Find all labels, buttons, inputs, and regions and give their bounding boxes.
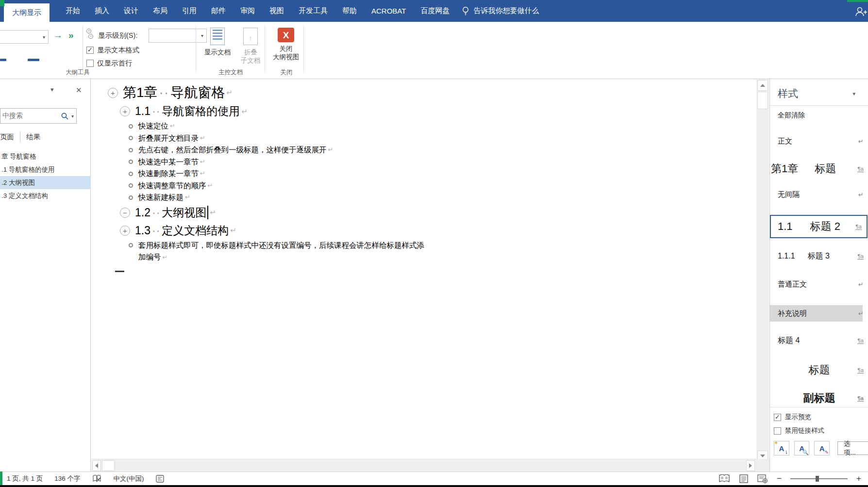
nav-tab-results[interactable]: 结果 — [26, 132, 40, 142]
style-plain-text[interactable]: 普通正文 ↵ — [770, 278, 868, 291]
body-dash-icon[interactable] — [115, 271, 124, 272]
horizontal-scroll-thumb[interactable] — [102, 460, 115, 471]
style-normal[interactable]: 正文 ↵ — [770, 135, 868, 147]
expand-button-partial[interactable] — [28, 59, 39, 61]
styles-options-button[interactable]: 选项... — [837, 441, 868, 455]
tab-baidu-netdisk[interactable]: 百度网盘 — [413, 0, 457, 22]
expand-plus-icon[interactable] — [120, 226, 130, 236]
collapse-minus-icon[interactable] — [120, 208, 130, 218]
collapse-subdocs-icon: ↑ — [243, 28, 258, 45]
paragraph-mark: ↵ — [200, 168, 205, 180]
expand-plus-icon[interactable] — [120, 106, 130, 116]
tab-view[interactable]: 视图 — [262, 0, 291, 22]
show-text-format-checkbox[interactable]: 显示文本格式 — [86, 46, 139, 55]
body-circle-icon[interactable] — [129, 183, 133, 188]
manage-styles-button[interactable]: A✎ — [814, 441, 830, 455]
tab-references[interactable]: 引用 — [175, 0, 204, 22]
page-indicator[interactable]: 1 页, 共 1 页 — [7, 474, 43, 483]
nav-heading-item[interactable]: .3 定义文档结构 — [0, 189, 91, 202]
style-supplementary[interactable]: 补充说明 ↵ — [770, 305, 863, 322]
style-inspector-button[interactable]: A🔍 — [794, 441, 810, 455]
body-circle-icon[interactable] — [129, 160, 133, 164]
body-circle-icon[interactable] — [129, 195, 133, 200]
horizontal-scrollbar[interactable] — [91, 459, 756, 471]
style-heading-1[interactable]: 第1章 标题 ¶a — [767, 161, 868, 177]
tab-layout[interactable]: 布局 — [146, 0, 175, 22]
show-preview-checkbox[interactable]: 显示预览 — [774, 413, 868, 422]
nav-heading-item[interactable]: .1 导航窗格的使用 — [0, 163, 91, 176]
style-heading-2-selected[interactable]: 1.1 标题 2 ¶a — [770, 215, 868, 238]
paragraph-mark: ↵ — [170, 120, 175, 132]
tab-help[interactable]: 帮助 — [335, 0, 364, 22]
style-clear-all[interactable]: 全部清除 — [770, 110, 868, 121]
zoom-slider[interactable] — [790, 478, 848, 479]
tab-review[interactable]: 审阅 — [233, 0, 262, 22]
document-canvas[interactable]: 第1章 ·· 导航窗格 ↵ 1.1 ·· 导航窗格的使用 ↵ 快速定位 ↵ 折叠… — [91, 79, 756, 471]
outline-body-row: 快速定位 ↵ — [108, 120, 729, 132]
tell-me-box[interactable]: 告诉我你想要做什么 — [457, 0, 544, 22]
nav-pane-menu-icon[interactable]: ▾ — [50, 86, 54, 93]
demote-arrow-icon[interactable]: → — [53, 30, 63, 41]
style-title[interactable]: 标题 ¶a — [770, 361, 868, 379]
first-line-only-checkbox[interactable]: 仅显示首行 — [86, 59, 133, 68]
nav-search-input[interactable]: 中搜索 ▾ — [0, 108, 77, 124]
outline-body-row: 快速调整章节的顺序 ↵ — [108, 180, 729, 192]
read-mode-view-icon[interactable] — [718, 474, 730, 483]
collapse-button-partial[interactable] — [0, 59, 6, 61]
paragraph-style-mark: ↵ — [858, 310, 864, 317]
scroll-up-button[interactable] — [757, 80, 768, 91]
nav-heading-item[interactable]: 章 导航窗格 — [0, 150, 91, 163]
tab-design[interactable]: 设计 — [117, 0, 146, 22]
word-count[interactable]: 136 个字 — [54, 474, 80, 483]
vertical-scrollbar[interactable] — [756, 79, 769, 463]
nav-heading-item-selected[interactable]: .2 大纲视图 — [0, 176, 91, 189]
demote-to-body-icon[interactable]: » — [68, 30, 74, 41]
expand-plus-icon[interactable] — [108, 88, 118, 98]
tab-mailings[interactable]: 邮件 — [204, 0, 233, 22]
paragraph-style-mark: ↵ — [858, 191, 864, 198]
language-indicator[interactable]: 中文(中国) — [114, 474, 144, 483]
outline-content: 第1章 ·· 导航窗格 ↵ 1.1 ·· 导航窗格的使用 ↵ 快速定位 ↵ 折叠… — [108, 83, 729, 272]
close-outline-view-button[interactable]: X 关闭 大纲视图 — [269, 28, 302, 61]
tab-home[interactable]: 开始 — [58, 0, 87, 22]
web-layout-view-icon[interactable] — [757, 474, 768, 483]
style-heading-4[interactable]: 标题 4 ¶a — [770, 333, 868, 348]
body-circle-icon[interactable] — [129, 243, 133, 247]
nav-tab-pages[interactable]: 页面 — [0, 132, 14, 142]
zoom-out-button[interactable]: − — [777, 474, 782, 484]
tab-acrobat[interactable]: ACROBAT — [364, 0, 413, 22]
scroll-right-button[interactable] — [746, 460, 755, 471]
scroll-left-button[interactable] — [92, 460, 101, 471]
tab-insert[interactable]: 插入 — [87, 0, 117, 22]
tab-developer[interactable]: 开发工具 — [291, 0, 335, 22]
body-circle-icon[interactable] — [129, 124, 133, 129]
show-level-label: 显示级别(S): — [98, 31, 137, 40]
linked-style-mark: ¶a — [857, 253, 864, 260]
disable-linked-styles-checkbox[interactable]: 禁用链接样式 — [774, 426, 868, 435]
share-person-icon[interactable] — [854, 6, 867, 17]
outline-level-combo[interactable]: 级 ▾ — [0, 30, 49, 44]
checkbox-unchecked-icon — [774, 427, 781, 435]
body-circle-icon[interactable] — [129, 148, 133, 152]
vertical-scroll-thumb[interactable] — [757, 92, 768, 109]
screen-bottom-strip — [0, 485, 868, 487]
body-circle-icon[interactable] — [129, 172, 133, 176]
nav-pane-close-icon[interactable]: ✕ — [76, 86, 82, 95]
style-subtitle[interactable]: 副标题 ¶a — [770, 390, 868, 407]
search-options-arrow-icon[interactable]: ▾ — [69, 114, 76, 119]
show-document-button[interactable]: 显示文档 — [199, 28, 236, 56]
show-level-combo[interactable]: ▾ — [149, 29, 207, 43]
proofing-icon[interactable] — [92, 475, 102, 483]
styles-pane-menu-icon[interactable]: ▾ — [852, 91, 855, 97]
new-style-button[interactable]: ✦A⇂ — [774, 441, 789, 455]
insert-mode-icon[interactable] — [156, 475, 164, 483]
style-no-spacing[interactable]: 无间隔 ↵ — [770, 189, 868, 200]
body-circle-icon[interactable] — [129, 136, 133, 140]
zoom-slider-thumb[interactable] — [816, 476, 819, 482]
print-layout-view-icon[interactable] — [739, 474, 749, 483]
search-icon[interactable] — [61, 112, 69, 120]
zoom-in-button[interactable]: + — [856, 474, 861, 484]
tab-outline-view[interactable]: 大纲显示 — [4, 3, 50, 22]
style-heading-3[interactable]: 1.1.1 标题 3 ¶a — [770, 249, 868, 263]
group-label-close: 关闭 — [255, 68, 318, 77]
